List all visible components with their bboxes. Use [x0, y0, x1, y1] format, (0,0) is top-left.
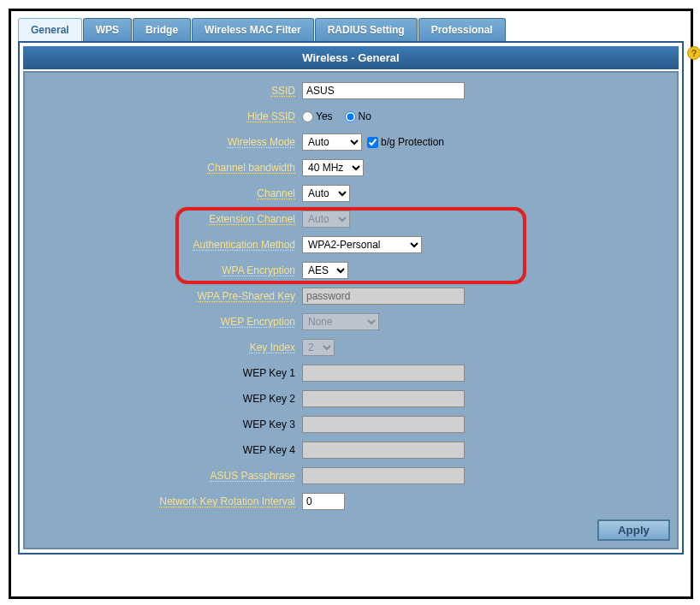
label-extension-channel: Extension Channel [28, 213, 302, 225]
row-wireless-mode: Wireless Mode Auto b/g Protection [28, 129, 673, 155]
page-container: General WPS Bridge Wireless MAC Filter R… [9, 9, 693, 599]
tab-professional[interactable]: Professional [418, 18, 506, 41]
label-auth-method: Authentication Method [28, 239, 302, 251]
wep-encryption-select: None [302, 313, 379, 330]
extension-channel-select: Auto [302, 211, 350, 228]
tab-wireless-mac-filter[interactable]: Wireless MAC Filter [192, 18, 314, 41]
form-area: SSID Hide SSID Yes No [23, 71, 679, 549]
row-channel: Channel Auto [28, 181, 673, 206]
row-asus-passphrase: ASUS Passphrase [28, 463, 673, 489]
wpa-psk-input [302, 288, 465, 305]
ssid-input[interactable] [302, 82, 465, 99]
label-ssid: SSID [28, 85, 302, 97]
wep-key-2-input [302, 390, 465, 407]
label-wep-encryption: WEP Encryption [28, 316, 302, 328]
label-hide-ssid: Hide SSID [28, 110, 302, 122]
label-wpa-psk: WPA Pre-Shared Key [28, 290, 302, 302]
hide-ssid-yes-label: Yes [316, 110, 333, 122]
hide-ssid-yes-option[interactable]: Yes [302, 110, 333, 122]
hide-ssid-no-option[interactable]: No [345, 110, 371, 122]
apply-row: Apply [28, 514, 673, 543]
tab-general[interactable]: General [18, 18, 82, 41]
form-wrapper: SSID Hide SSID Yes No [23, 71, 679, 549]
row-auth-method: Authentication Method WPA2-Personal [28, 232, 673, 258]
row-wep-key-4: WEP Key 4 [28, 437, 673, 463]
tab-bridge[interactable]: Bridge [133, 18, 191, 41]
rotation-interval-input[interactable] [302, 493, 345, 510]
auth-method-select[interactable]: WPA2-Personal [302, 236, 422, 253]
main-panel: ? Wireless - General SSID Hide SSID Y [18, 41, 684, 555]
row-wep-key-3: WEP Key 3 [28, 412, 673, 437]
row-ssid: SSID [28, 78, 673, 104]
apply-button[interactable]: Apply [597, 519, 670, 541]
bg-protection-label: b/g Protection [381, 136, 444, 148]
label-wep-key-3: WEP Key 3 [28, 418, 302, 430]
bg-protection-checkbox[interactable] [367, 137, 378, 148]
row-hide-ssid: Hide SSID Yes No [28, 104, 673, 129]
channel-select[interactable]: Auto [302, 185, 350, 202]
asus-passphrase-input [302, 467, 465, 484]
channel-bandwidth-select[interactable]: 40 MHz [302, 159, 364, 176]
wep-key-3-input [302, 416, 465, 433]
label-rotation-interval: Network Key Rotation Interval [28, 495, 302, 507]
label-wep-key-4: WEP Key 4 [28, 444, 302, 456]
wep-key-1-input [302, 365, 465, 382]
row-channel-bandwidth: Channel bandwidth 40 MHz [28, 155, 673, 181]
label-wireless-mode: Wireless Mode [28, 136, 302, 148]
row-extension-channel: Extension Channel Auto [28, 206, 673, 232]
wireless-mode-select[interactable]: Auto [302, 133, 362, 151]
hide-ssid-no-label: No [359, 110, 371, 122]
panel-title: Wireless - General [23, 46, 679, 69]
label-wpa-encryption: WPA Encryption [28, 264, 302, 276]
row-wep-encryption: WEP Encryption None [28, 309, 673, 335]
wpa-encryption-select[interactable]: AES [302, 262, 348, 279]
hide-ssid-yes-radio[interactable] [302, 111, 313, 122]
label-wep-key-2: WEP Key 2 [28, 393, 302, 405]
row-wpa-encryption: WPA Encryption AES [28, 258, 673, 283]
row-wep-key-2: WEP Key 2 [28, 386, 673, 412]
row-wpa-psk: WPA Pre-Shared Key [28, 283, 673, 309]
label-key-index: Key Index [28, 341, 302, 353]
tab-bar: General WPS Bridge Wireless MAC Filter R… [18, 18, 684, 41]
label-channel-bandwidth: Channel bandwidth [28, 162, 302, 174]
tab-radius-setting[interactable]: RADIUS Setting [315, 18, 418, 41]
label-asus-passphrase: ASUS Passphrase [28, 470, 302, 482]
row-key-index: Key Index 2 [28, 335, 673, 360]
row-wep-key-1: WEP Key 1 [28, 360, 673, 386]
label-wep-key-1: WEP Key 1 [28, 367, 302, 379]
key-index-select: 2 [302, 339, 335, 356]
hide-ssid-no-radio[interactable] [345, 111, 356, 122]
tab-wps[interactable]: WPS [83, 18, 132, 41]
wep-key-4-input [302, 442, 465, 459]
label-channel: Channel [28, 187, 302, 199]
bg-protection-option[interactable]: b/g Protection [367, 136, 444, 148]
row-rotation-interval: Network Key Rotation Interval [28, 489, 673, 514]
help-icon[interactable]: ? [687, 46, 700, 60]
